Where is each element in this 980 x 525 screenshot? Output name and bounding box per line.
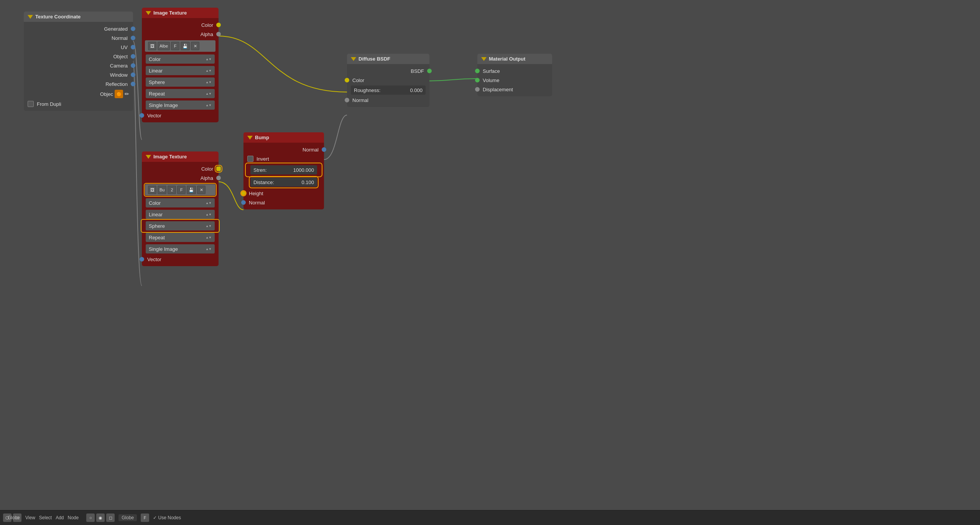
bump-normal-out-socket[interactable]	[322, 147, 326, 152]
bump-normal-in-row: Normal	[243, 198, 324, 207]
mat-output-volume-socket[interactable]	[475, 78, 480, 82]
object-icon[interactable]: 🟠	[115, 90, 123, 98]
img-tex2-single-dropdown[interactable]: Single Image ▲▼	[146, 244, 215, 253]
node-menu[interactable]: Node	[68, 515, 79, 520]
select-menu[interactable]: Select	[39, 515, 52, 520]
nav-icon-1[interactable]: ○	[86, 513, 95, 522]
img-tex2-vector-in-row: Vector	[142, 255, 219, 264]
img-tex1-f-btn[interactable]: F	[171, 42, 179, 50]
node-image-texture-1: Image Texture Color Alpha 🖼 Albe F 💾 ✕ C…	[142, 8, 219, 122]
use-nodes-toggle[interactable]: ✓ Use Nodes	[153, 515, 181, 520]
img-tex1-color-dropdown[interactable]: Color ▲▼	[146, 54, 215, 64]
img-tex2-linear-dropdown[interactable]: Linear ▲▼	[146, 210, 215, 219]
node-img-tex1-collapse-icon[interactable]	[146, 11, 151, 15]
img-tex1-alpha-socket[interactable]	[216, 32, 221, 36]
img-tex1-single-dropdown-row: Single Image ▲▼	[142, 99, 219, 111]
img-tex2-color-socket[interactable]	[216, 166, 221, 171]
img-tex2-save-btn[interactable]: 💾	[187, 186, 196, 194]
mat-output-displacement-socket[interactable]	[475, 87, 480, 92]
node-editor: Texture Coordinate Generated Normal UV O…	[0, 0, 980, 510]
camera-socket[interactable]	[131, 63, 135, 68]
bump-height-socket[interactable]	[241, 191, 246, 196]
object-socket[interactable]	[131, 54, 135, 59]
mat-output-surface-socket[interactable]	[475, 69, 480, 73]
img-tex2-sphere-dropdown[interactable]: Sphere ▲▼	[146, 221, 215, 230]
bump-height-label: Height	[249, 191, 263, 196]
diffuse-roughness-field[interactable]: Roughness: 0.000	[351, 86, 426, 95]
img-tex1-save-btn[interactable]: 💾	[181, 42, 190, 50]
add-menu[interactable]: Add	[56, 515, 64, 520]
node-diffuse-body: BSDF Color Roughness: 0.000 Normal	[347, 64, 429, 107]
nav-icon-3[interactable]: ◻	[106, 513, 115, 522]
from-dupli-checkbox[interactable]	[28, 101, 34, 107]
img-tex2-color-dropdown[interactable]: Color ▲▼	[146, 198, 215, 207]
img-tex1-single-dropdown[interactable]: Single Image ▲▼	[146, 100, 215, 110]
img-tex1-albe-btn[interactable]: Albe	[158, 42, 170, 50]
bump-distance-value: 0.100	[301, 179, 314, 185]
img-tex2-alpha-socket[interactable]	[216, 176, 221, 180]
bump-distance-field[interactable]: Distance: 0.100	[250, 178, 317, 187]
node-img-tex2-title: Image Texture	[153, 154, 187, 160]
diffuse-bsdf-socket[interactable]	[427, 69, 432, 73]
node-image-texture-2: Image Texture Color Alpha 🖼 Bu 2 F 💾 ✕	[142, 151, 219, 266]
img-tex2-vector-socket[interactable]	[140, 257, 144, 262]
img-tex1-color-dropdown-row: Color ▲▼	[142, 53, 219, 65]
generated-socket[interactable]	[131, 26, 135, 31]
diffuse-normal-socket[interactable]	[345, 98, 349, 102]
img-tex2-img-btn[interactable]: 🖼	[148, 186, 156, 194]
img-tex2-linear-val: Linear	[149, 212, 163, 217]
img-tex1-color-out-row: Color	[142, 20, 219, 30]
reflection-socket[interactable]	[131, 82, 135, 86]
img-tex1-color-socket[interactable]	[216, 23, 221, 27]
normal-socket[interactable]	[131, 36, 135, 40]
node-bump-collapse-icon[interactable]	[247, 136, 253, 140]
img-tex2-2-btn[interactable]: 2	[168, 186, 176, 194]
bump-normal-in-socket[interactable]	[241, 200, 246, 205]
bump-distance-label: Distance:	[253, 179, 274, 185]
img-tex1-repeat-dropdown[interactable]: Repeat ▲▼	[146, 89, 215, 98]
node-collapse-icon[interactable]	[28, 15, 33, 19]
objec-label: Objec	[100, 91, 113, 97]
bump-stren-row: Stren: 1000.000	[247, 164, 321, 176]
img-tex1-sphere-val: Sphere	[149, 79, 165, 85]
img-tex1-sphere-dropdown-row: Sphere ▲▼	[142, 76, 219, 88]
window-socket[interactable]	[131, 72, 135, 77]
node-bump-header: Bump	[243, 132, 324, 143]
node-bump: Bump Normal Invert Stren: 1000.000 Dista…	[243, 132, 324, 209]
node-tex-coord-title: Texture Coordinate	[35, 14, 81, 20]
node-material-output: Material Output Surface Volume Displacem…	[477, 54, 552, 96]
img-tex2-f-btn[interactable]: F	[177, 186, 186, 194]
reflection-label: Reflection	[105, 81, 128, 87]
mode-icon-1[interactable]: F	[141, 513, 149, 522]
view-menu[interactable]: View	[25, 515, 35, 520]
img-tex1-alpha-out-row: Alpha	[142, 30, 219, 39]
globe-input[interactable]: Globe	[118, 514, 137, 521]
img-tex1-repeat-val: Repeat	[149, 91, 165, 97]
img-tex1-img-btn[interactable]: 🖼	[148, 42, 156, 50]
node-img-tex1-header: Image Texture	[142, 8, 219, 18]
bump-invert-checkbox[interactable]	[247, 156, 253, 162]
img-tex1-close-btn[interactable]: ✕	[191, 42, 199, 50]
node-diffuse-collapse-icon[interactable]	[351, 57, 356, 61]
bump-stren-field[interactable]: Stren: 1000.000	[250, 165, 317, 174]
diffuse-color-socket[interactable]	[345, 78, 349, 82]
img-tex2-bu-btn[interactable]: Bu	[158, 186, 166, 194]
img-tex1-vector-socket[interactable]	[140, 113, 144, 118]
node-img-tex2-header: Image Texture	[142, 151, 219, 162]
uv-socket[interactable]	[131, 45, 135, 49]
img-tex1-sphere-dropdown[interactable]: Sphere ▲▼	[146, 77, 215, 87]
eyedropper-icon[interactable]: ✏	[125, 91, 129, 97]
img-tex2-repeat-dropdown[interactable]: Repeat ▲▼	[146, 233, 215, 242]
nav-icon-2[interactable]: ◉	[96, 513, 105, 522]
node-mat-output-collapse-icon[interactable]	[481, 57, 487, 61]
from-dupli-label: From Dupli	[37, 101, 61, 107]
img-tex1-single-val: Single Image	[149, 102, 178, 108]
diffuse-roughness-value: 0.000	[410, 87, 423, 93]
node-img-tex2-collapse-icon[interactable]	[146, 155, 151, 159]
img-tex1-linear-dropdown[interactable]: Linear ▲▼	[146, 66, 215, 75]
window-label: Window	[110, 72, 128, 78]
img-tex1-linear-dropdown-row: Linear ▲▼	[142, 65, 219, 76]
generated-socket-row: Generated	[24, 24, 133, 33]
img-tex2-close-btn[interactable]: ✕	[197, 186, 206, 194]
img-tex1-toolbar: 🖼 Albe F 💾 ✕	[145, 40, 215, 52]
